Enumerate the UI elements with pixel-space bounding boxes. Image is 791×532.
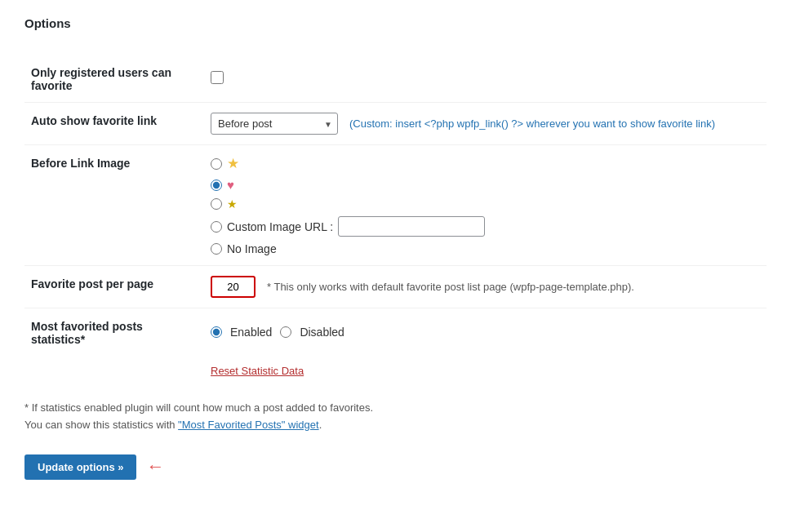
image-option-custom: Custom Image URL : — [211, 216, 760, 237]
update-button-row: Update options » ← — [24, 454, 767, 480]
image-radio-star-gold[interactable] — [211, 158, 222, 170]
image-radio-star-small[interactable] — [211, 198, 222, 210]
registered-only-label: Only registered users can favorite — [31, 66, 171, 92]
statistics-label: Most favorited posts statistics* — [31, 320, 143, 346]
registered-only-row: Only registered users can favorite — [24, 55, 767, 103]
statistics-row: Most favorited posts statistics* Enabled… — [24, 308, 767, 357]
image-radio-custom[interactable] — [211, 221, 222, 233]
image-option-none: No Image — [211, 242, 760, 255]
footer-note-line1: * If statistics enabled plugin will coun… — [24, 400, 767, 417]
image-option-star-small: ★ — [211, 197, 760, 211]
page-title: Options — [24, 16, 767, 38]
auto-show-label: Auto show favorite link — [31, 114, 157, 127]
statistics-options: Enabled Disabled — [211, 326, 760, 339]
no-image-label: No Image — [227, 242, 277, 255]
auto-show-hint: (Custom: insert <?php wpfp_link() ?> whe… — [349, 117, 715, 130]
statistics-enabled-label: Enabled — [230, 326, 272, 339]
statistics-disabled-radio[interactable] — [280, 326, 291, 338]
most-favorited-widget-link[interactable]: "Most Favorited Posts" widget — [178, 419, 319, 431]
auto-show-select[interactable]: Before post After post Before and after … — [211, 113, 338, 135]
custom-image-url-input[interactable] — [338, 216, 485, 237]
footer-note: * If statistics enabled plugin will coun… — [24, 400, 767, 434]
heart-pink-icon: ♥ — [227, 178, 234, 192]
image-radio-none[interactable] — [211, 243, 222, 255]
per-page-input[interactable] — [211, 276, 256, 298]
statistics-enabled-radio[interactable] — [211, 326, 222, 338]
star-small-icon: ★ — [227, 197, 238, 211]
image-option-heart-pink: ♥ — [211, 178, 760, 192]
image-radio-heart-pink[interactable] — [211, 180, 222, 191]
star-gold-icon: ★ — [227, 155, 239, 172]
before-link-image-label: Before Link Image — [31, 157, 130, 170]
registered-only-checkbox[interactable] — [211, 71, 224, 84]
reset-row: Reset Statistic Data — [24, 356, 767, 385]
arrow-left-icon: ← — [146, 458, 164, 476]
before-link-image-row: Before Link Image ★ ♥ ★ Custom Image — [24, 145, 767, 266]
image-radio-group: ★ ♥ ★ Custom Image URL : No Image — [211, 155, 760, 255]
statistics-disabled-label: Disabled — [300, 326, 344, 339]
image-option-star-gold: ★ — [211, 155, 760, 172]
per-page-note: * This only works with default favorite … — [267, 281, 634, 293]
per-page-row: Favorite post per page * This only works… — [24, 266, 767, 308]
auto-show-row: Auto show favorite link Before post Afte… — [24, 103, 767, 145]
per-page-label: Favorite post per page — [31, 277, 153, 290]
update-options-button[interactable]: Update options » — [24, 454, 136, 480]
auto-show-select-wrapper: Before post After post Before and after … — [211, 113, 338, 135]
custom-image-url-label: Custom Image URL : — [227, 220, 333, 233]
footer-note-line2: You can show this statistics with "Most … — [24, 417, 767, 434]
reset-statistic-link[interactable]: Reset Statistic Data — [211, 365, 304, 377]
